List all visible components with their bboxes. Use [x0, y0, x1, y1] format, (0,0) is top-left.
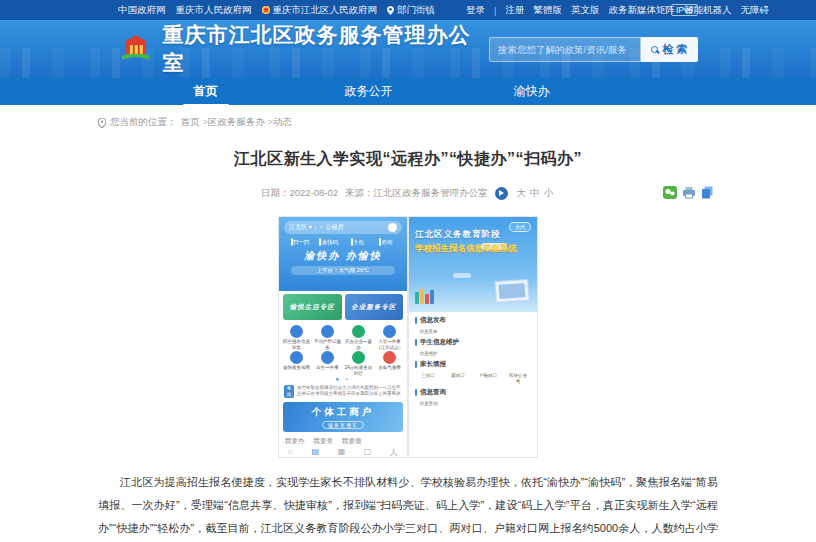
app-banner-life: 愉悦生活专区	[283, 294, 342, 320]
app-region-select: 江北区 ▾	[289, 223, 312, 232]
article-meta: 日期：2022-08-02 来源：江北区政务服务管理办公室 大中小	[98, 185, 718, 201]
share-toolbar	[663, 186, 714, 199]
breadcrumb-prefix: 您当前的位置：	[110, 116, 177, 129]
app-search-hint: 公租房	[326, 223, 344, 232]
system-section: 家长填报 三对口两对口户籍对口民转公摇号	[409, 356, 537, 384]
app-service-item: 开办企业一窗办	[343, 325, 374, 350]
app-hero: 江北区 ▾ | ⌕ 公租房 扫一扫 渝快码	[279, 217, 407, 291]
system-subtitle: 学校招生报名信息采集系统	[415, 243, 531, 255]
system-section-item: 信息发布	[417, 328, 440, 334]
article-paragraph: 江北区为提高招生报名便捷度，实现学生家长不排队材料少、学校核验易办理快，依托“渝…	[98, 471, 718, 542]
topbar-links-left: 中国政府网 重庆市人民政府网 重庆市江北区人民政府网 部门街镇	[118, 4, 445, 17]
link-jiangbei-gov[interactable]: 重庆市江北区人民政府网	[262, 4, 378, 17]
app-tabbar-icon: ▦	[338, 447, 346, 457]
article-date: 日期：2022-08-02	[261, 187, 338, 200]
location-pin-icon	[387, 6, 394, 15]
nav-tab[interactable]: 首页	[124, 78, 287, 105]
topbar: 中国政府网 重庆市人民政府网 重庆市江北区人民政府网 部门街镇 登录|注册繁體版…	[0, 0, 816, 20]
link-departments[interactable]: 部门街镇	[387, 4, 435, 17]
font-size-option[interactable]: 小	[544, 187, 554, 198]
system-banner: 关闭 江北区义务教育阶段 学校招生报名信息采集系统	[409, 217, 537, 312]
breadcrumb-item[interactable]: 动态	[273, 116, 292, 129]
font-size-option[interactable]: 大	[517, 187, 527, 198]
app-service-icon	[290, 351, 303, 364]
article-figure: 江北区 ▾ | ⌕ 公租房 扫一扫 渝快码	[279, 217, 537, 457]
wechat-share-icon[interactable]	[663, 186, 677, 199]
link-chongqing-gov[interactable]: 重庆市人民政府网	[176, 4, 252, 17]
app-service-item: 水电气缴费	[374, 351, 405, 376]
cloud-decoration	[453, 273, 471, 278]
app-slogan: 渝快办 办愉快	[284, 249, 402, 263]
topbar-link[interactable]: 政务新媒体矩阵	[608, 4, 675, 17]
site-header: 重庆市江北区政务服务管理办公室 检 索	[0, 20, 816, 78]
system-section-item: 信息维护	[417, 350, 440, 356]
system-section-item: 两对口	[447, 372, 469, 384]
app-service-item: 出生一件事	[312, 351, 343, 376]
app-service-icon	[321, 351, 334, 364]
app-service-icon	[352, 351, 365, 364]
topbar-link[interactable]: 登录	[466, 4, 485, 17]
breadcrumb: 您当前的位置： 首页区政务服务办动态	[98, 116, 718, 129]
app-service-item: 不动产登记服务	[312, 325, 343, 350]
app-service-item: 招生报名信息采集	[281, 325, 312, 350]
app-quick-item: 咨询	[373, 239, 399, 246]
app-news-text: 奋力夺取全面建设社会主义现代化新胜利——习近平总书记在省部级主要领导干部专题研讨…	[297, 385, 402, 398]
font-size-option[interactable]: 中	[530, 187, 540, 198]
article-source: 来源：江北区政务服务管理办公室	[345, 187, 488, 200]
figure-app-panel: 江北区 ▾ | ⌕ 公租房 扫一扫 渝快码	[279, 217, 407, 457]
breadcrumb-item[interactable]: 首页	[181, 116, 208, 129]
app-search-bar: 江北区 ▾ | ⌕ 公租房	[284, 221, 402, 234]
site-title: 重庆市江北区政务服务管理办公室	[163, 21, 489, 77]
search-button[interactable]: 检 索	[641, 37, 698, 62]
search-icon	[651, 46, 658, 53]
app-service-icon	[383, 325, 396, 338]
breadcrumb-item[interactable]: 区政务服务办	[208, 116, 273, 129]
system-section: 学生信息维护 信息维护	[409, 334, 537, 356]
app-weather-bar: 上午好！天气晴 26℃	[291, 266, 395, 275]
system-section-item: 三对口	[417, 372, 439, 384]
app-service-item: 渝快政务地图	[281, 351, 312, 376]
app-banner-biz: 企业服务专区	[345, 294, 404, 320]
system-section: 信息查询 信息查询	[409, 384, 537, 406]
app-quick-item: 卡包	[344, 239, 370, 246]
topbar-link[interactable]: 注册	[505, 4, 524, 17]
app-service-icon	[383, 351, 396, 364]
print-icon[interactable]	[682, 186, 696, 199]
app-bottom-tab: 我要缴	[342, 437, 362, 446]
national-emblem-icon	[262, 6, 270, 14]
topbar-link[interactable]: 英文版	[571, 4, 600, 17]
site-brand[interactable]: 重庆市江北区政务服务管理办公室	[118, 21, 489, 77]
link-china-gov[interactable]: 中国政府网	[118, 4, 166, 17]
font-size-switch: 大中小	[515, 187, 556, 200]
ipv6-badge: IPv6	[671, 4, 698, 16]
books-illustration	[415, 289, 434, 304]
app-service-icon	[290, 325, 303, 338]
tab-underline	[183, 104, 229, 106]
app-bottom-tab: 我要查	[314, 437, 334, 446]
tab-underline	[346, 104, 392, 106]
breadcrumb-pin-icon	[98, 118, 106, 128]
system-section-item: 户籍对口	[477, 372, 499, 384]
app-tabbar-icon: ⌂	[288, 447, 293, 457]
nav-tab[interactable]: 政务公开	[287, 78, 450, 105]
figure-system-panel: 关闭 江北区义务教育阶段 学校招生报名信息采集系统 信息发布 信息发布 学生信息…	[409, 217, 537, 457]
app-tabbar-icon: 人	[390, 447, 398, 457]
system-title: 江北区义务教育阶段	[415, 229, 531, 241]
site-search: 检 索	[489, 37, 698, 62]
app-quick-item: 渝快码	[316, 239, 342, 246]
audio-read-icon[interactable]	[495, 187, 508, 200]
main-nav: 首页 政务公开 渝快办	[0, 78, 816, 105]
search-input[interactable]	[489, 37, 641, 62]
topbar-links-right: 登录|注册繁體版英文版政务新媒体矩阵智能机器人无障碍	[457, 4, 769, 17]
system-section-item: 信息查询	[417, 400, 440, 406]
topbar-link: |	[494, 5, 496, 16]
nav-tab[interactable]: 渝快办	[450, 78, 613, 105]
copy-icon[interactable]	[701, 186, 714, 199]
app-news-badge: 要闻	[284, 385, 294, 397]
system-section-item: 民转公摇号	[507, 372, 529, 384]
topbar-link[interactable]: 繁體版	[533, 4, 562, 17]
topbar-link[interactable]: 无障碍	[740, 4, 769, 17]
system-section: 信息发布 信息发布	[409, 312, 537, 334]
article-body: 江北区为提高招生报名便捷度，实现学生家长不排队材料少、学校核验易办理快，依托“渝…	[98, 471, 718, 542]
app-banner-business: 个体工商户 服务直通车	[283, 402, 403, 432]
